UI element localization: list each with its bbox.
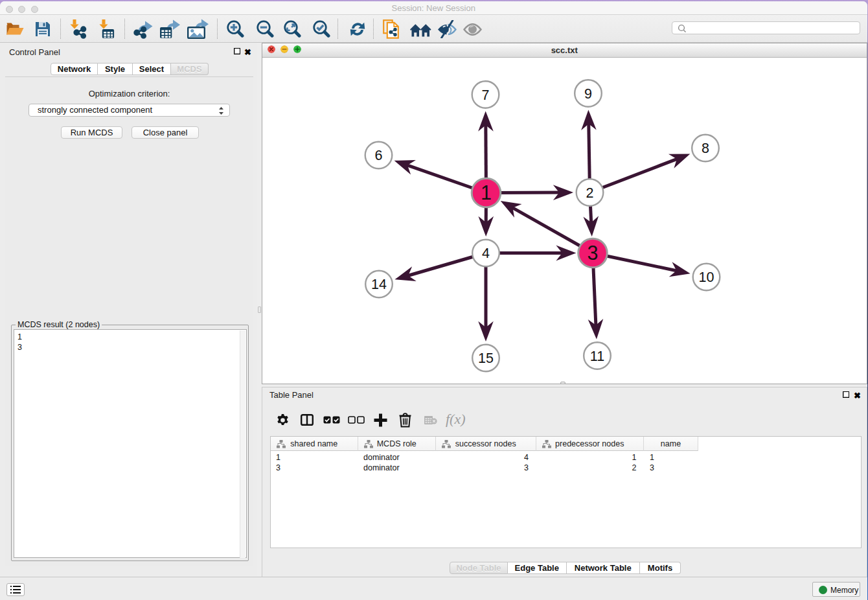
svg-text:1: 1: [481, 181, 492, 203]
svg-text:4: 4: [482, 246, 490, 261]
svg-text:3: 3: [588, 242, 599, 264]
svg-text:15: 15: [478, 351, 494, 366]
svg-text:6: 6: [375, 148, 383, 163]
svg-text:9: 9: [584, 86, 592, 101]
svg-text:8: 8: [702, 141, 709, 156]
svg-text:2: 2: [586, 185, 594, 200]
svg-text:10: 10: [699, 270, 714, 285]
svg-text:11: 11: [590, 348, 604, 363]
svg-text:7: 7: [482, 87, 490, 102]
svg-text:14: 14: [371, 277, 387, 292]
